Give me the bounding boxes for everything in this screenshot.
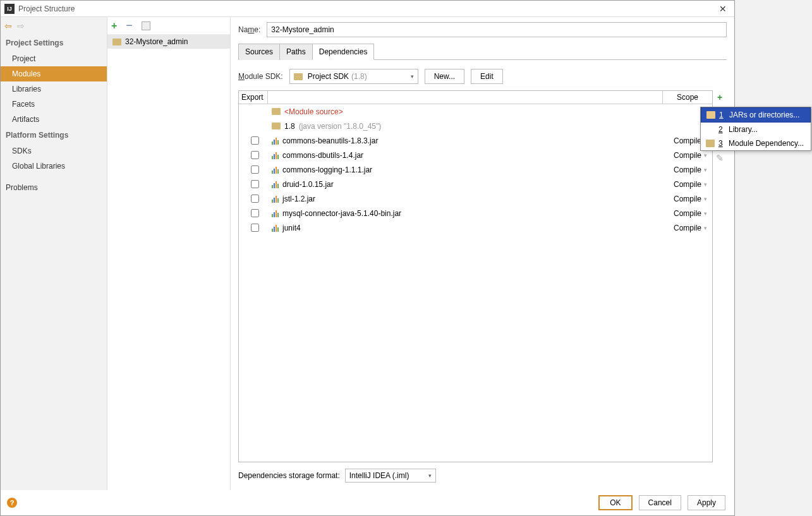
popup-item-num: 3 <box>718 139 725 148</box>
nav-forward-icon[interactable]: ⇨ <box>17 21 25 31</box>
library-icon <box>272 137 279 145</box>
chevron-down-icon[interactable]: ▾ <box>704 181 707 188</box>
apply-button[interactable]: Apply <box>688 495 725 510</box>
dep-sdk-sub: (java version "1.8.0_45") <box>299 122 382 131</box>
folder-icon <box>706 111 715 119</box>
dialog-footer: ? OK Cancel Apply <box>1 490 734 515</box>
dep-name: commons-beanutils-1.8.3.jar <box>282 136 378 145</box>
dep-scope: Compile <box>674 151 701 160</box>
modules-toolbar: + − <box>107 17 230 35</box>
close-icon[interactable]: ✕ <box>715 4 730 14</box>
dep-row[interactable]: commons-dbutils-1.4.jarCompile▾ <box>239 148 712 162</box>
add-module-icon[interactable]: + <box>111 20 117 32</box>
dep-scope: Compile <box>674 180 701 189</box>
sdk-new-button[interactable]: New... <box>425 69 464 84</box>
dialog-body: ⇦ ⇨ Project Settings Project Modules Lib… <box>1 17 734 490</box>
chevron-down-icon[interactable]: ▾ <box>704 167 707 173</box>
cancel-button[interactable]: Cancel <box>639 495 681 510</box>
folder-icon <box>272 108 281 115</box>
dep-row[interactable]: commons-logging-1.1.1.jarCompile▾ <box>239 162 712 177</box>
chevron-down-icon[interactable]: ▾ <box>704 225 707 231</box>
dep-name: druid-1.0.15.jar <box>282 180 334 189</box>
dep-sdk-name: 1.8 <box>284 122 295 131</box>
col-export[interactable]: Export <box>239 91 268 104</box>
module-node-label: 32-Mystore_admin <box>125 37 188 46</box>
export-checkbox[interactable] <box>251 151 259 159</box>
sidebar-item-sdks[interactable]: SDKs <box>1 143 107 159</box>
popup-item[interactable]: 2Library... <box>701 123 811 136</box>
sidebar-item-modules[interactable]: Modules <box>1 66 107 81</box>
main-panel: Name: Sources Paths Dependencies Module … <box>231 17 734 490</box>
folder-icon <box>112 39 121 45</box>
popup-item-num: 2 <box>718 125 725 134</box>
dep-row[interactable]: mysql-connector-java-5.1.40-bin.jarCompi… <box>239 206 712 220</box>
popup-item[interactable]: 1JARs or directories... <box>701 107 811 123</box>
chevron-down-icon: ▾ <box>428 472 432 479</box>
edit-dependency-icon[interactable]: ✎ <box>714 152 725 164</box>
modules-panel: + − 32-Mystore_admin <box>107 17 231 490</box>
export-checkbox[interactable] <box>251 224 259 232</box>
chevron-down-icon[interactable]: ▾ <box>704 196 707 202</box>
popup-item[interactable]: 3Module Dependency... <box>701 136 811 150</box>
add-dependency-popup: 1JARs or directories...2Library...3Modul… <box>700 107 811 151</box>
add-dependency-icon[interactable]: + <box>714 92 725 103</box>
nav-back-icon[interactable]: ⇦ <box>4 21 12 31</box>
popup-item-label: JARs or directories... <box>729 111 799 119</box>
sidebar-item-libraries[interactable]: Libraries <box>1 81 107 97</box>
sidebar-item-global-libraries[interactable]: Global Libraries <box>1 159 107 174</box>
storage-row: Dependencies storage format: IntelliJ ID… <box>238 462 727 490</box>
window-title: Project Structure <box>18 4 715 13</box>
module-node[interactable]: 32-Mystore_admin <box>107 35 230 49</box>
sidebar-item-artifacts[interactable]: Artifacts <box>1 112 107 127</box>
module-source-label: <Module source> <box>284 107 343 116</box>
dep-row[interactable]: commons-beanutils-1.8.3.jarCompile▾ <box>239 133 712 148</box>
module-name-input[interactable] <box>267 22 727 37</box>
library-icon <box>272 181 279 188</box>
copy-module-icon[interactable] <box>142 21 150 30</box>
folder-icon <box>272 123 281 129</box>
sidebar: ⇦ ⇨ Project Settings Project Modules Lib… <box>1 17 107 490</box>
dep-sdk[interactable]: 1.8 (java version "1.8.0_45") <box>239 119 712 133</box>
chevron-down-icon: ▾ <box>411 73 414 80</box>
sdk-edit-button[interactable]: Edit <box>471 69 503 84</box>
sdk-value-sub: (1.8) <box>351 72 367 81</box>
dep-row[interactable]: druid-1.0.15.jarCompile▾ <box>239 177 712 191</box>
export-checkbox[interactable] <box>251 136 259 145</box>
sidebar-toolbar: ⇦ ⇨ <box>1 17 107 35</box>
sdk-select[interactable]: Project SDK (1.8) ▾ <box>289 69 418 84</box>
chevron-down-icon[interactable]: ▾ <box>704 210 707 217</box>
dep-name: commons-dbutils-1.4.jar <box>282 151 363 160</box>
chevron-down-icon[interactable]: ▾ <box>704 152 707 159</box>
popup-item-label: Library... <box>729 125 758 134</box>
export-checkbox[interactable] <box>251 180 259 188</box>
sidebar-item-facets[interactable]: Facets <box>1 97 107 112</box>
export-checkbox[interactable] <box>251 209 259 217</box>
dep-row[interactable]: junit4Compile▾ <box>239 220 712 235</box>
storage-select[interactable]: IntelliJ IDEA (.iml) ▾ <box>345 469 436 483</box>
sidebar-item-problems[interactable]: Problems <box>1 180 107 195</box>
sidebar-item-project[interactable]: Project <box>1 51 107 66</box>
tab-dependencies[interactable]: Dependencies <box>312 44 375 60</box>
tabs: Sources Paths Dependencies <box>238 44 727 60</box>
dep-scope: Compile <box>674 136 701 145</box>
col-scope[interactable]: Scope <box>663 91 712 104</box>
name-row: Name: <box>238 22 727 37</box>
dep-name: jstl-1.2.jar <box>282 195 315 203</box>
storage-value: IntelliJ IDEA (.iml) <box>349 471 409 480</box>
tab-paths[interactable]: Paths <box>279 44 313 60</box>
export-checkbox[interactable] <box>251 165 259 174</box>
remove-module-icon[interactable]: − <box>126 19 133 32</box>
sdk-value: Project SDK <box>308 72 349 81</box>
dep-module-source[interactable]: <Module source> <box>239 104 712 119</box>
library-icon <box>272 152 279 159</box>
dep-row[interactable]: jstl-1.2.jarCompile▾ <box>239 191 712 206</box>
tab-sources[interactable]: Sources <box>238 44 280 60</box>
help-icon[interactable]: ? <box>7 498 17 508</box>
folder-icon <box>294 73 303 80</box>
name-label: Name: <box>238 25 260 34</box>
ok-button[interactable]: OK <box>598 495 632 510</box>
export-checkbox[interactable] <box>251 195 259 203</box>
sidebar-section-project: Project Settings <box>1 35 107 51</box>
deps-header: Export Scope <box>239 91 712 104</box>
dep-scope: Compile <box>674 165 701 174</box>
